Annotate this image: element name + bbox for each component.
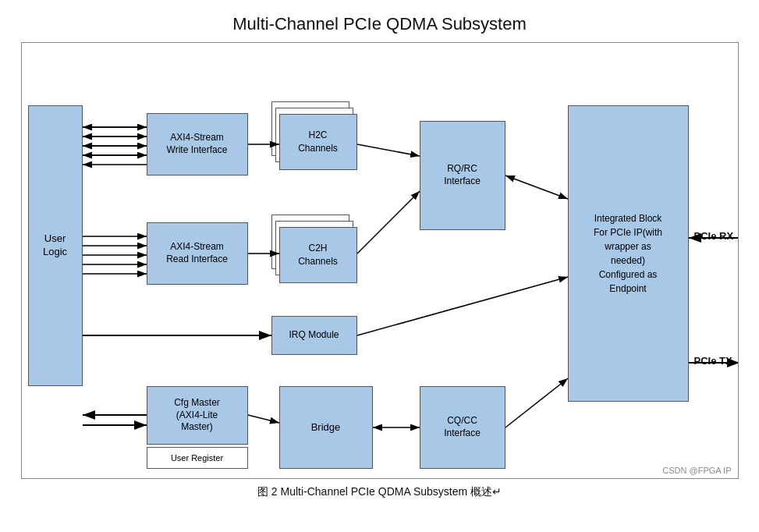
axi4-read-block: AXI4-StreamRead Interface — [147, 222, 248, 285]
svg-line-23 — [357, 277, 568, 335]
cfg-master-block: Cfg Master(AXI4-LiteMaster) — [147, 386, 248, 445]
c2h-stack: C2H C2H C2HChannels — [271, 215, 357, 285]
irq-module-block: IRQ Module — [271, 316, 357, 355]
user-register-block: User Register — [147, 447, 248, 469]
main-title: Multi-Channel PCIe QDMA Subsystem — [232, 14, 527, 34]
svg-line-19 — [357, 144, 420, 156]
pcie-tx-label: PCIe TX — [694, 355, 732, 367]
user-logic-block: User Logic — [28, 105, 83, 386]
svg-line-20 — [357, 191, 420, 254]
svg-line-26 — [248, 415, 279, 423]
diagram-area: User Logic AXI4-StreamWrite Interface AX… — [21, 42, 739, 479]
svg-line-28 — [505, 378, 568, 427]
bridge-block: Bridge — [279, 386, 373, 469]
axi4-write-block: AXI4-StreamWrite Interface — [147, 113, 248, 176]
watermark: CSDN @FPGA IP — [662, 466, 731, 475]
svg-line-21 — [505, 176, 568, 199]
rq-rc-block: RQ/RCInterface — [420, 121, 505, 230]
footer-caption: 图 2 Multi-Channel PCIe QDMA Subsystem 概述… — [257, 485, 502, 499]
h2c-stack: H2C H2C H2CChannels — [271, 101, 357, 172]
cq-cc-block: CQ/CCInterface — [420, 386, 505, 469]
integrated-block: Integrated BlockFor PCIe IP(withwrapper … — [568, 105, 689, 402]
pcie-rx-label: PCIe RX — [694, 230, 734, 242]
